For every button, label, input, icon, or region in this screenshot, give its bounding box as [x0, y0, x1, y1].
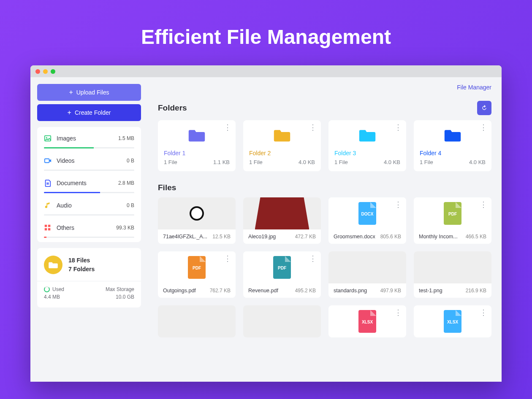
folder-size: 4.0 KB — [299, 159, 315, 165]
file-card[interactable]: ⋮ DOCX Groomsmen.docx 805.6 KB — [328, 197, 406, 244]
category-row[interactable]: Videos 0 B — [37, 151, 141, 166]
category-name: Others — [57, 224, 111, 231]
window-close-icon[interactable] — [35, 69, 40, 74]
more-options-icon[interactable]: ⋮ — [309, 126, 317, 129]
folders-section-title: Folders — [158, 103, 187, 113]
folder-file-count: 1 File — [249, 159, 263, 165]
file-name: Aleco19.jpg — [248, 234, 276, 240]
category-size: 0 B — [127, 202, 134, 208]
file-card[interactable]: ⋮ PDF Outgoings.pdf 762.7 KB — [158, 251, 236, 298]
file-name: Outgoings.pdf — [163, 288, 196, 294]
app-window: + Upload Files + Create Folder Images 1.… — [30, 65, 502, 382]
more-options-icon[interactable]: ⋮ — [394, 126, 402, 129]
folder-badge-icon — [44, 256, 62, 274]
svg-rect-2 — [45, 159, 49, 163]
category-size: 1.5 MB — [118, 135, 134, 141]
files-grid: 71ae4lGFZkL._A... 12.5 KB Aleco19.jpg 47… — [158, 197, 491, 337]
folder-name: Folder 2 — [249, 150, 315, 156]
folders-grid: ⋮ Folder 1 1 File 1.1 KB ⋮ Folder 2 1 Fi… — [158, 120, 491, 171]
category-row[interactable]: Others 99.3 KB — [37, 218, 141, 233]
category-progress — [44, 170, 134, 171]
file-size: 495.2 KB — [295, 288, 316, 294]
folder-card[interactable]: ⋮ Folder 1 1 File 1.1 KB — [158, 120, 236, 171]
folder-icon — [188, 129, 205, 142]
document-icon: DOCX — [358, 202, 376, 225]
file-size: 472.7 KB — [295, 234, 316, 240]
more-options-icon[interactable]: ⋮ — [309, 257, 317, 260]
video-icon — [44, 157, 52, 164]
category-row[interactable]: Images 1.5 MB — [37, 129, 141, 144]
document-icon: XLSX — [358, 310, 376, 333]
file-size: 466.5 KB — [466, 234, 486, 240]
file-thumbnail: ⋮ XLSX — [414, 305, 491, 337]
refresh-button[interactable] — [477, 101, 491, 115]
document-icon: PDF — [273, 256, 291, 279]
file-thumbnail: ⋮ XLSX — [328, 305, 406, 337]
file-card[interactable] — [158, 305, 236, 337]
upload-files-button[interactable]: + Upload Files — [37, 84, 141, 101]
category-size: 0 B — [127, 158, 134, 164]
storage-card: 18 Files 7 Folders Used 4.4 MB Max Stora… — [37, 248, 141, 307]
file-card[interactable]: ⋮ XLSX — [414, 305, 491, 337]
file-name: 71ae4lGFZkL._A... — [163, 234, 207, 240]
category-progress — [44, 147, 134, 148]
max-storage-value: 10.0 GB — [106, 294, 134, 300]
file-thumbnail — [328, 251, 406, 283]
more-options-icon[interactable]: ⋮ — [480, 126, 487, 129]
main-content: File Manager Folders ⋮ Folder 1 1 File 1… — [148, 77, 502, 382]
more-options-icon[interactable]: ⋮ — [394, 311, 402, 314]
category-name: Images — [57, 135, 113, 142]
folder-card[interactable]: ⋮ Folder 2 1 File 4.0 KB — [243, 120, 321, 171]
file-card[interactable]: Aleco19.jpg 472.7 KB — [243, 197, 321, 244]
svg-point-1 — [46, 137, 47, 138]
more-options-icon[interactable]: ⋮ — [394, 203, 402, 206]
upload-button-label: Upload Files — [76, 89, 109, 96]
svg-rect-6 — [48, 228, 50, 230]
doc-icon — [44, 179, 52, 187]
category-progress — [44, 192, 134, 193]
max-storage-label: Max Storage — [106, 286, 134, 292]
file-manager-link[interactable]: File Manager — [457, 84, 491, 91]
more-options-icon[interactable]: ⋮ — [480, 203, 487, 206]
file-card[interactable]: 71ae4lGFZkL._A... 12.5 KB — [158, 197, 236, 244]
file-name: Monthly Incom... — [419, 234, 458, 240]
folder-card[interactable]: ⋮ Folder 4 1 File 4.0 KB — [414, 120, 491, 171]
more-options-icon[interactable]: ⋮ — [480, 311, 487, 314]
window-minimize-icon[interactable] — [43, 69, 48, 74]
file-card[interactable]: ⋮ PDF Monthly Incom... 466.5 KB — [414, 197, 491, 244]
more-options-icon[interactable]: ⋮ — [224, 257, 231, 260]
svg-rect-5 — [45, 228, 47, 230]
audio-icon — [44, 202, 52, 209]
category-progress — [44, 214, 134, 216]
file-size: 805.6 KB — [380, 234, 401, 240]
categories-card: Images 1.5 MB Videos 0 B Documents 2.8 M… — [37, 127, 141, 242]
more-options-icon[interactable]: ⋮ — [224, 126, 231, 129]
folders-count: 7 Folders — [68, 265, 95, 274]
category-row[interactable]: Documents 2.8 MB — [37, 173, 141, 189]
used-value: 4.4 MB — [44, 294, 64, 300]
window-maximize-icon[interactable] — [51, 69, 55, 74]
folder-file-count: 1 File — [420, 159, 433, 165]
folder-name: Folder 1 — [164, 150, 230, 156]
file-card[interactable]: standards.png 497.9 KB — [328, 251, 406, 298]
file-size: 497.9 KB — [380, 288, 401, 294]
file-name: standards.png — [334, 288, 367, 294]
folder-size: 4.0 KB — [384, 159, 400, 165]
file-card[interactable]: ⋮ XLSX — [328, 305, 406, 337]
files-section-title: Files — [158, 183, 491, 192]
category-row[interactable]: Audio 0 B — [37, 196, 141, 211]
document-icon: PDF — [188, 256, 206, 279]
window-titlebar — [30, 65, 502, 77]
file-card[interactable]: ⋮ PDF Revenue.pdf 495.2 KB — [243, 251, 321, 298]
file-thumbnail — [158, 197, 236, 229]
sidebar: + Upload Files + Create Folder Images 1.… — [30, 77, 148, 382]
folder-card[interactable]: ⋮ Folder 3 1 File 4.0 KB — [328, 120, 406, 171]
create-folder-button[interactable]: + Create Folder — [37, 104, 141, 121]
image-icon — [44, 135, 52, 142]
refresh-icon — [481, 105, 488, 111]
folder-file-count: 1 File — [164, 159, 177, 165]
file-card[interactable]: test-1.png 216.9 KB — [414, 251, 491, 298]
category-size: 99.3 KB — [116, 225, 134, 231]
folder-icon — [359, 129, 376, 142]
file-card[interactable] — [243, 305, 321, 337]
